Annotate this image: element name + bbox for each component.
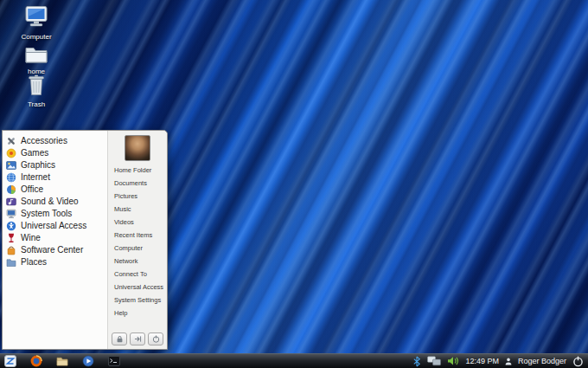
system-tray: 12:49 PM Roger Bodger <box>412 356 584 367</box>
place-home-folder[interactable]: Home Folder <box>108 164 167 177</box>
menu-category-graphics[interactable]: Graphics <box>3 159 107 171</box>
menu-category-label: Places <box>21 257 47 267</box>
desktop-icon-home[interactable]: home <box>14 45 59 75</box>
menu-category-label: Internet <box>21 172 50 182</box>
menu-category-wine[interactable]: Wine <box>3 232 107 243</box>
menu-category-office[interactable]: Office <box>3 184 107 195</box>
taskbar-launchers <box>4 355 120 367</box>
place-universal-access[interactable]: Universal Access <box>108 281 167 294</box>
taskbar: 12:49 PM Roger Bodger <box>0 353 588 368</box>
menu-category-places[interactable]: Places <box>3 256 107 268</box>
start-menu-icon <box>4 355 16 367</box>
username[interactable]: Roger Bodger <box>518 357 566 365</box>
sound-video-icon <box>6 197 16 207</box>
bluetooth-icon[interactable] <box>412 356 421 367</box>
menu-category-games[interactable]: Games <box>3 147 107 158</box>
menu-category-label: Graphics <box>21 160 55 170</box>
logout-button[interactable] <box>130 332 145 345</box>
wine-icon <box>6 233 16 243</box>
computer-icon <box>23 5 49 32</box>
desktop-background: Computer home Trash <box>0 0 588 368</box>
volume-icon[interactable] <box>447 356 459 366</box>
firefox-icon <box>30 355 42 367</box>
shutdown-icon <box>152 335 160 343</box>
menu-category-software-center[interactable]: Software Center <box>3 244 107 255</box>
software-center-icon <box>6 245 16 255</box>
menu-category-label: Sound & Video <box>21 197 79 206</box>
home-folder-icon <box>25 45 48 67</box>
place-system-settings[interactable]: System Settings <box>108 294 167 307</box>
network-icon[interactable] <box>427 356 441 366</box>
menu-category-label: Wine <box>21 233 41 242</box>
media-player-launcher[interactable] <box>82 355 94 367</box>
system-tools-icon <box>6 209 16 219</box>
menu-category-accessories[interactable]: Accessories <box>3 135 107 146</box>
graphics-icon <box>6 160 16 171</box>
place-connect-to[interactable]: Connect To <box>108 268 167 281</box>
menu-category-system-tools[interactable]: System Tools <box>3 208 107 219</box>
place-network[interactable]: Network <box>108 255 167 268</box>
firefox-launcher[interactable] <box>30 355 42 367</box>
lock-button[interactable] <box>112 332 127 345</box>
start-menu-button[interactable] <box>4 355 16 367</box>
place-help[interactable]: Help <box>108 307 167 320</box>
place-music[interactable]: Music <box>108 203 167 216</box>
session-buttons <box>112 332 163 345</box>
lock-icon <box>116 335 124 343</box>
power-button[interactable] <box>572 356 584 367</box>
games-icon <box>6 148 16 158</box>
place-computer[interactable]: Computer <box>108 242 167 255</box>
menu-category-sound-video[interactable]: Sound & Video <box>3 196 107 207</box>
file-manager-icon <box>56 355 68 367</box>
logout-icon <box>134 335 142 343</box>
power-icon <box>572 356 584 367</box>
menu-category-label: Software Center <box>21 245 83 255</box>
universal-access-icon <box>6 221 16 231</box>
shutdown-button[interactable] <box>148 332 163 345</box>
office-icon <box>6 184 16 195</box>
internet-icon <box>6 172 16 183</box>
desktop-icon-label: Trash <box>14 100 59 108</box>
menu-category-label: Accessories <box>21 136 67 145</box>
terminal-launcher[interactable] <box>108 355 120 367</box>
terminal-icon <box>108 355 120 367</box>
media-player-icon <box>82 355 94 367</box>
menu-category-label: Universal Access <box>21 221 86 230</box>
menu-category-universal-access[interactable]: Universal Access <box>3 220 107 231</box>
places-icon <box>6 257 16 268</box>
file-manager-launcher[interactable] <box>56 355 68 367</box>
place-pictures[interactable]: Pictures <box>108 190 167 203</box>
menu-category-label: System Tools <box>21 209 72 218</box>
user-avatar <box>125 135 150 161</box>
desktop-icon-computer[interactable]: Computer <box>14 5 59 41</box>
app-menu: Accessories Games <box>2 130 168 350</box>
place-recent-items[interactable]: Recent Items <box>108 229 167 242</box>
menu-category-internet[interactable]: Internet <box>3 171 107 183</box>
place-documents[interactable]: Documents <box>108 177 167 190</box>
accessories-icon <box>6 136 16 146</box>
app-menu-categories: Accessories Games <box>3 131 107 349</box>
trash-icon <box>28 74 45 100</box>
menu-category-label: Games <box>21 148 48 158</box>
clock[interactable]: 12:49 PM <box>465 357 499 365</box>
user-icon <box>505 358 512 365</box>
menu-category-label: Office <box>21 184 43 194</box>
app-menu-places: Home Folder Documents Pictures Music Vid… <box>107 131 167 349</box>
desktop-icon-label: Computer <box>14 33 59 41</box>
desktop-icon-trash[interactable]: Trash <box>14 74 59 108</box>
place-videos[interactable]: Videos <box>108 216 167 229</box>
